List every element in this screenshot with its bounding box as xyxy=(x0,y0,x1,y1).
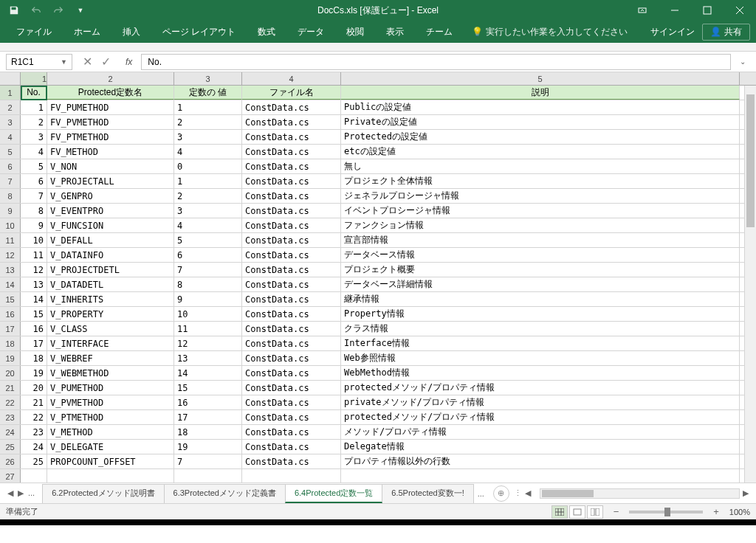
close-icon[interactable] xyxy=(724,0,756,21)
cell[interactable]: 13 xyxy=(174,351,242,365)
cell[interactable]: 継承情報 xyxy=(341,292,740,306)
enter-formula-icon[interactable]: ✓ xyxy=(101,55,111,69)
cell[interactable]: V_DEFALL xyxy=(47,233,174,247)
cell[interactable] xyxy=(174,469,242,483)
row-header[interactable]: 3 xyxy=(0,115,21,129)
cell[interactable]: 19 xyxy=(21,366,47,380)
tab-formulas[interactable]: 数式 xyxy=(247,23,286,41)
row-header[interactable]: 1 xyxy=(0,86,21,100)
cell[interactable]: Privateの設定値 xyxy=(341,115,740,129)
formula-input[interactable]: No. xyxy=(141,54,731,70)
cell[interactable]: protectedメソッド/プロパティ情報 xyxy=(341,381,740,395)
row-header[interactable]: 9 xyxy=(0,204,21,218)
cell[interactable]: V_EVENTPRO xyxy=(47,204,174,218)
row-header[interactable]: 21 xyxy=(0,381,21,395)
tab-insert[interactable]: 挿入 xyxy=(112,23,151,41)
row-header[interactable]: 22 xyxy=(0,395,21,409)
cell[interactable]: プロジェクト概要 xyxy=(341,263,740,277)
cell[interactable]: データベース情報 xyxy=(341,248,740,262)
redo-icon[interactable] xyxy=(49,2,68,18)
cell[interactable]: V_WEBMETHOD xyxy=(47,366,174,380)
cell[interactable]: FV_METHOD xyxy=(47,145,174,159)
col-header-5[interactable]: 5 xyxy=(341,72,740,85)
cell[interactable]: 21 xyxy=(21,395,47,409)
cell[interactable]: V_CLASS xyxy=(47,322,174,336)
cell[interactable]: 3 xyxy=(174,204,242,218)
cell[interactable] xyxy=(341,469,740,483)
zoom-out-button[interactable]: − xyxy=(611,506,622,517)
cell[interactable]: 15 xyxy=(174,381,242,395)
cell[interactable]: ConstData.cs xyxy=(242,145,341,159)
tell-me-box[interactable]: 💡 実行したい作業を入力してください xyxy=(472,26,628,38)
cell[interactable]: ジェネラルプロシージャ情報 xyxy=(341,189,740,203)
cell[interactable]: WebMethod情報 xyxy=(341,366,740,380)
cell[interactable]: ConstData.cs xyxy=(242,100,341,114)
cell[interactable]: 25 xyxy=(21,454,47,468)
name-box[interactable]: R1C1 ▼ xyxy=(6,54,72,70)
view-pagelayout-icon[interactable] xyxy=(569,505,585,519)
col-header-3[interactable]: 3 xyxy=(174,72,242,85)
cell[interactable]: 9 xyxy=(174,292,242,306)
tab-team[interactable]: チーム xyxy=(416,23,463,41)
cell[interactable] xyxy=(242,469,341,483)
cell[interactable]: ConstData.cs xyxy=(242,218,341,232)
cell[interactable]: イベントプロシージャ情報 xyxy=(341,204,740,218)
cell[interactable]: 4 xyxy=(174,218,242,232)
row-header[interactable]: 6 xyxy=(0,159,21,173)
cell[interactable]: V_PROPERTY xyxy=(47,307,174,321)
cell[interactable]: ConstData.cs xyxy=(242,130,341,144)
row-header[interactable]: 5 xyxy=(0,145,21,159)
cell[interactable]: Protectedの設定値 xyxy=(341,130,740,144)
cell[interactable]: 2 xyxy=(21,115,47,129)
cell[interactable]: 4 xyxy=(21,145,47,159)
cell[interactable]: ConstData.cs xyxy=(242,351,341,365)
cell[interactable]: 15 xyxy=(21,307,47,321)
share-button[interactable]: 👤 共有 xyxy=(702,24,750,41)
vertical-scrollbar[interactable] xyxy=(744,86,756,483)
cell[interactable]: 6 xyxy=(21,174,47,188)
row-header[interactable]: 12 xyxy=(0,248,21,262)
cell[interactable]: 説明 xyxy=(341,86,740,100)
cell[interactable]: 10 xyxy=(174,307,242,321)
cell[interactable]: 14 xyxy=(174,366,242,380)
view-pagebreak-icon[interactable] xyxy=(587,505,603,519)
row-header[interactable]: 15 xyxy=(0,292,21,306)
cell[interactable]: 4 xyxy=(174,145,242,159)
cell[interactable]: 1 xyxy=(21,100,47,114)
cell[interactable]: V_FUNCSION xyxy=(47,218,174,232)
cell[interactable]: ConstData.cs xyxy=(242,263,341,277)
cell[interactable]: 5 xyxy=(21,159,47,173)
cell[interactable]: Interface情報 xyxy=(341,336,740,350)
signin-link[interactable]: サインイン xyxy=(650,26,695,38)
cell[interactable]: 6 xyxy=(174,248,242,262)
cell[interactable]: クラス情報 xyxy=(341,322,740,336)
cell[interactable]: V_DELEGATE xyxy=(47,440,174,454)
row-header[interactable]: 4 xyxy=(0,130,21,144)
cell[interactable]: 16 xyxy=(21,322,47,336)
col-header-2[interactable]: 2 xyxy=(47,72,174,85)
tab-data[interactable]: データ xyxy=(287,23,334,41)
cell[interactable]: ConstData.cs xyxy=(242,292,341,306)
cell[interactable]: ConstData.cs xyxy=(242,322,341,336)
cell[interactable]: V_WEBREF xyxy=(47,351,174,365)
cell[interactable]: 7 xyxy=(174,263,242,277)
tab-file[interactable]: ファイル xyxy=(6,23,62,41)
sheet-tab[interactable]: 6.5Protected変数一! xyxy=(382,484,473,503)
horizontal-scrollbar[interactable] xyxy=(540,488,740,499)
cell[interactable] xyxy=(47,469,174,483)
cell[interactable]: V_DATAINFO xyxy=(47,248,174,262)
zoom-knob[interactable] xyxy=(664,508,670,516)
cell[interactable]: 3 xyxy=(21,130,47,144)
cell[interactable]: プロパティ情報以外の行数 xyxy=(341,454,740,468)
tab-home[interactable]: ホーム xyxy=(63,23,111,41)
ribbon-options-icon[interactable] xyxy=(626,0,659,21)
minimize-icon[interactable] xyxy=(659,0,691,21)
col-header-4[interactable]: 4 xyxy=(242,72,341,85)
cell[interactable] xyxy=(21,469,47,483)
tab-pagelayout[interactable]: ページ レイアウト xyxy=(152,23,246,41)
cell[interactable]: 12 xyxy=(174,336,242,350)
cell[interactable]: 13 xyxy=(21,277,47,291)
cell[interactable]: 24 xyxy=(21,440,47,454)
cell[interactable]: ConstData.cs xyxy=(242,307,341,321)
cell[interactable]: ファンクション情報 xyxy=(341,218,740,232)
